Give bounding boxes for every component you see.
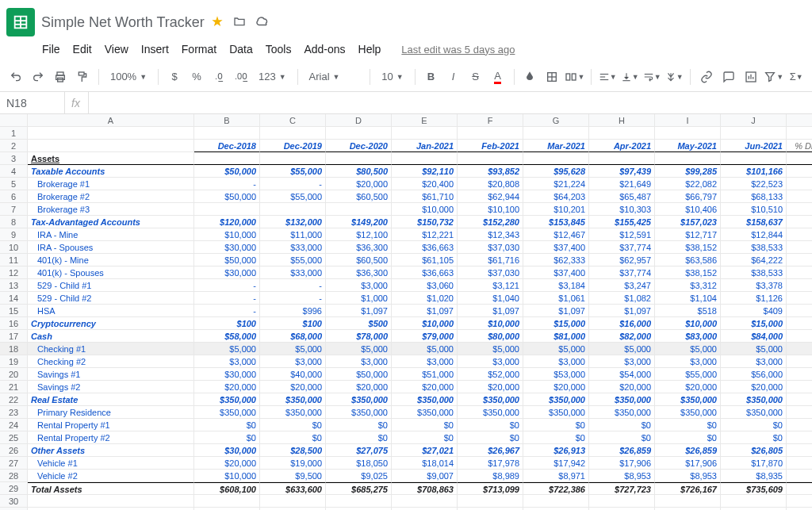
- sub-val[interactable]: $61,716: [458, 254, 523, 267]
- sub-val[interactable]: $0: [523, 431, 589, 444]
- cat-val[interactable]: $27,021: [392, 444, 458, 457]
- dist-val[interactable]: 11.42%: [787, 330, 812, 343]
- total-val[interactable]: $633,600: [260, 482, 326, 495]
- sub-val[interactable]: $20,000: [589, 381, 655, 393]
- sub-val[interactable]: $5,000: [655, 343, 721, 355]
- sub-val[interactable]: $64,203: [523, 190, 589, 203]
- sub-val[interactable]: $0: [721, 419, 787, 431]
- cat-val[interactable]: $10,000: [655, 317, 721, 330]
- sub-val[interactable]: $5,000: [458, 343, 523, 355]
- sub-val[interactable]: $9,500: [260, 470, 326, 482]
- sub-val[interactable]: $3,312: [655, 279, 721, 292]
- cell[interactable]: [721, 152, 787, 165]
- sub-val[interactable]: -: [260, 279, 326, 292]
- sub-val[interactable]: $8,935: [721, 470, 787, 482]
- sub-val[interactable]: -: [194, 279, 260, 292]
- sub-val[interactable]: $0: [392, 431, 458, 444]
- sub-label[interactable]: Rental Property #1: [28, 419, 194, 431]
- sub-val[interactable]: $3,000: [523, 355, 589, 368]
- row-header-19[interactable]: 19: [0, 355, 28, 368]
- increase-decimal-button[interactable]: .00̲: [232, 67, 251, 87]
- cell[interactable]: [787, 241, 812, 254]
- row-header-30[interactable]: 30: [0, 495, 28, 508]
- cat-val[interactable]: $155,425: [589, 216, 655, 228]
- sub-val[interactable]: $518: [655, 305, 721, 317]
- menu-tools[interactable]: Tools: [260, 40, 297, 59]
- cell[interactable]: [787, 228, 812, 241]
- sub-val[interactable]: $19,000: [260, 457, 326, 470]
- sub-val[interactable]: $36,663: [392, 241, 458, 254]
- sub-val[interactable]: $10,303: [589, 203, 655, 216]
- row-header-9[interactable]: 9: [0, 228, 28, 241]
- sub-val[interactable]: $20,000: [458, 381, 523, 393]
- sub-val[interactable]: $0: [194, 431, 260, 444]
- sub-label[interactable]: 529 - Child #1: [28, 279, 194, 292]
- sub-val[interactable]: $55,000: [260, 254, 326, 267]
- cell[interactable]: [787, 381, 812, 393]
- redo-button[interactable]: [29, 67, 48, 87]
- sub-val[interactable]: $10,000: [194, 470, 260, 482]
- sub-val[interactable]: $54,000: [589, 368, 655, 381]
- sub-val[interactable]: $409: [721, 305, 787, 317]
- sub-label[interactable]: Checking #2: [28, 355, 194, 368]
- sub-val[interactable]: $1,104: [655, 292, 721, 305]
- sub-val[interactable]: $1,082: [589, 292, 655, 305]
- sub-val[interactable]: $1,097: [326, 305, 392, 317]
- text-wrap-button[interactable]: ▼: [642, 67, 661, 87]
- sub-label[interactable]: Brokerage #2: [28, 190, 194, 203]
- row-header-20[interactable]: 20: [0, 368, 28, 381]
- cell[interactable]: [787, 190, 812, 203]
- sub-val[interactable]: $12,844: [721, 228, 787, 241]
- cell[interactable]: [787, 127, 812, 140]
- cell[interactable]: [787, 457, 812, 470]
- sub-val[interactable]: $37,400: [523, 241, 589, 254]
- cat-val[interactable]: $81,000: [523, 330, 589, 343]
- sub-val[interactable]: $22,082: [655, 178, 721, 190]
- sub-val[interactable]: $3,000: [721, 355, 787, 368]
- sub-val[interactable]: $63,586: [655, 254, 721, 267]
- date-header-cell[interactable]: Mar-2021: [523, 140, 589, 152]
- sub-val[interactable]: $350,000: [392, 406, 458, 419]
- sub-val[interactable]: $8,953: [589, 470, 655, 482]
- sub-val[interactable]: $36,663: [392, 267, 458, 279]
- cell[interactable]: [194, 495, 260, 508]
- sub-val[interactable]: [260, 203, 326, 216]
- sub-val[interactable]: $5,000: [589, 343, 655, 355]
- sub-label[interactable]: Rental Property #2: [28, 431, 194, 444]
- sub-val[interactable]: $37,774: [589, 267, 655, 279]
- cell[interactable]: [787, 343, 812, 355]
- cell[interactable]: [326, 495, 392, 508]
- sub-val[interactable]: $350,000: [523, 406, 589, 419]
- sub-val[interactable]: $56,000: [721, 368, 787, 381]
- cell[interactable]: [787, 419, 812, 431]
- sub-val[interactable]: $350,000: [260, 406, 326, 419]
- sub-val[interactable]: [326, 203, 392, 216]
- sub-val[interactable]: $350,000: [721, 406, 787, 419]
- cell[interactable]: [326, 152, 392, 165]
- menu-edit[interactable]: Edit: [67, 40, 98, 59]
- cat-val[interactable]: $158,637: [721, 216, 787, 228]
- sub-val[interactable]: $3,000: [655, 355, 721, 368]
- cat-label[interactable]: Other Assets: [28, 444, 194, 457]
- sub-val[interactable]: $20,000: [655, 381, 721, 393]
- paint-format-button[interactable]: [73, 67, 92, 87]
- cell[interactable]: [787, 178, 812, 190]
- sub-val[interactable]: $3,184: [523, 279, 589, 292]
- sub-val[interactable]: $996: [260, 305, 326, 317]
- col-header-J[interactable]: J: [721, 114, 787, 127]
- sub-val[interactable]: $10,100: [458, 203, 523, 216]
- sub-val[interactable]: $350,000: [194, 406, 260, 419]
- fill-color-button[interactable]: [520, 67, 539, 87]
- formula-input[interactable]: [89, 97, 812, 109]
- sub-val[interactable]: $9,025: [326, 470, 392, 482]
- menu-help[interactable]: Help: [353, 40, 387, 59]
- cat-val[interactable]: $350,000: [392, 393, 458, 406]
- sub-val[interactable]: $0: [326, 431, 392, 444]
- sub-val[interactable]: $33,000: [260, 267, 326, 279]
- cell[interactable]: [787, 355, 812, 368]
- sub-label[interactable]: HSA: [28, 305, 194, 317]
- cat-val[interactable]: $150,732: [392, 216, 458, 228]
- sub-val[interactable]: $50,000: [194, 254, 260, 267]
- sub-val[interactable]: $5,000: [260, 343, 326, 355]
- cell[interactable]: [589, 495, 655, 508]
